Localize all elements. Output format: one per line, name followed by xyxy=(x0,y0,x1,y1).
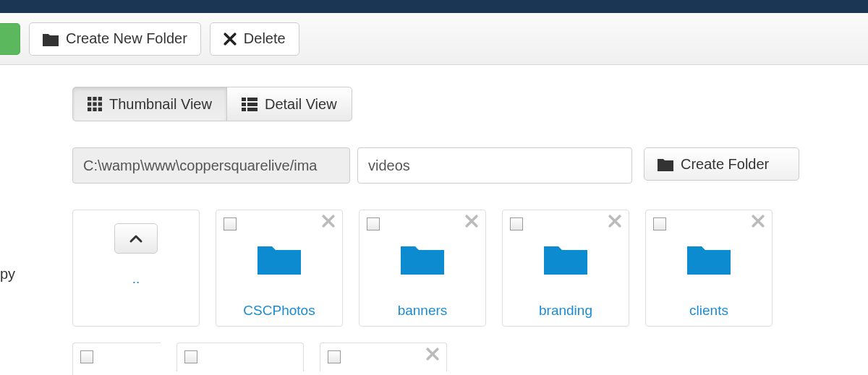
create-new-folder-button[interactable]: Create New Folder xyxy=(29,22,201,56)
parent-folder-tile[interactable]: .. xyxy=(72,210,200,327)
folder-icon xyxy=(658,157,673,171)
folder-name[interactable]: banners xyxy=(359,303,485,319)
folder-icon xyxy=(216,242,342,275)
folder-tile[interactable] xyxy=(176,342,304,371)
close-icon xyxy=(224,33,237,46)
tab-detail-view[interactable]: Detail View xyxy=(226,87,352,121)
new-folder-name-input[interactable] xyxy=(357,147,632,184)
create-folder-label: Create Folder xyxy=(681,156,769,173)
folder-tile[interactable]: clients xyxy=(645,210,773,327)
chevron-up-icon xyxy=(129,232,143,245)
tab-thumbnail-label: Thumbnail View xyxy=(109,96,212,113)
select-checkbox[interactable] xyxy=(510,217,523,230)
folder-name[interactable]: clients xyxy=(646,303,772,319)
view-mode-tabs: Thumbnail View Detail View xyxy=(72,87,352,121)
tab-detail-label: Detail View xyxy=(265,96,337,113)
select-checkbox[interactable] xyxy=(653,217,666,230)
folder-tile[interactable]: banners xyxy=(359,210,486,327)
folder-name[interactable]: CSCPhotos xyxy=(216,303,342,319)
toolbar: Create New Folder Delete xyxy=(0,13,868,65)
delete-tile-button[interactable] xyxy=(752,215,765,228)
delete-tile-button[interactable] xyxy=(322,215,335,228)
folder-tile[interactable]: branding xyxy=(502,210,629,327)
folder-tile[interactable]: headers xyxy=(72,342,161,375)
partial-green-button[interactable] xyxy=(0,23,20,55)
path-row: C:\wamp\www\coppersquarelive/ima Create … xyxy=(72,147,868,184)
go-up-button[interactable] xyxy=(114,223,158,254)
parent-folder-label: .. xyxy=(73,271,199,287)
grid-icon xyxy=(88,97,102,111)
current-path-text: C:\wamp\www\coppersquarelive/ima xyxy=(83,158,317,174)
folder-tile[interactable]: CSCPhotos xyxy=(216,210,343,327)
folder-icon xyxy=(646,242,772,275)
select-checkbox[interactable] xyxy=(80,350,93,363)
folder-tile[interactable] xyxy=(320,342,447,371)
list-icon xyxy=(242,98,258,111)
sidebar-partial-text: py xyxy=(0,266,15,283)
delete-tile-button[interactable] xyxy=(426,348,439,361)
folder-icon xyxy=(503,242,629,275)
folder-icon xyxy=(43,32,59,46)
delete-label: Delete xyxy=(244,30,286,47)
delete-tile-button[interactable] xyxy=(465,215,478,228)
create-folder-button[interactable]: Create Folder xyxy=(644,147,799,181)
tab-thumbnail-view[interactable]: Thumbnail View xyxy=(72,87,227,121)
delete-tile-button[interactable] xyxy=(608,215,621,228)
select-checkbox[interactable] xyxy=(224,217,237,230)
select-checkbox[interactable] xyxy=(184,350,197,363)
folder-icon xyxy=(359,242,485,275)
delete-button[interactable]: Delete xyxy=(210,22,299,56)
current-path-display: C:\wamp\www\coppersquarelive/ima xyxy=(72,147,350,184)
folder-grid: .. CSCPhotos banners xyxy=(72,210,861,375)
select-checkbox[interactable] xyxy=(367,217,380,230)
select-checkbox[interactable] xyxy=(328,350,341,363)
folder-name[interactable]: branding xyxy=(503,303,629,319)
top-nav-bar xyxy=(0,0,868,13)
create-new-folder-label: Create New Folder xyxy=(66,30,187,47)
